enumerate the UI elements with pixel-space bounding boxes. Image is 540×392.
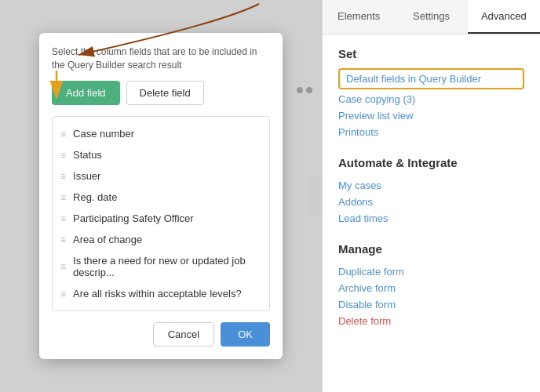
modal-dialog: Select the column fields that are to be … <box>39 33 283 360</box>
modal-buttons: Add field Delete field <box>52 81 270 105</box>
field-label: Reg. date <box>73 191 117 203</box>
delete-field-button[interactable]: Delete field <box>126 81 204 105</box>
modal-overlay: Select the column fields that are to be … <box>0 0 322 392</box>
link-duplicate-form[interactable]: Duplicate form <box>338 263 524 280</box>
link-my-cases[interactable]: My cases <box>338 177 524 194</box>
drag-handle-icon: ≡ <box>60 261 67 272</box>
add-field-button[interactable]: Add field <box>52 81 120 105</box>
drag-handle-icon: ≡ <box>60 213 67 224</box>
manage-section-title: Manage <box>338 242 524 256</box>
automate-section-title: Automate & Integrate <box>338 156 524 169</box>
tab-advanced[interactable]: Advanced <box>468 0 540 34</box>
drag-handle-icon: ≡ <box>60 150 67 161</box>
field-label: Area of change <box>73 234 142 245</box>
link-disable-form[interactable]: Disable form <box>338 296 524 313</box>
field-label: Is there a need for new or updated job d… <box>73 255 261 278</box>
field-item[interactable]: ≡Status <box>53 144 269 165</box>
link-archive-form[interactable]: Archive form <box>338 280 524 296</box>
tab-elements[interactable]: Elements <box>323 0 395 34</box>
field-item[interactable]: ≡Are all risks within acceptable levels? <box>53 283 269 304</box>
drag-handle-icon: ≡ <box>60 234 67 245</box>
field-item[interactable]: ≡Reg. date <box>53 187 269 208</box>
field-item[interactable]: ≡Is there a need for new or updated job … <box>53 250 269 283</box>
field-label: Issuer <box>73 170 100 182</box>
cancel-button[interactable]: Cancel <box>153 322 214 347</box>
field-item[interactable]: ≡Issuer <box>53 165 269 187</box>
link-preview-list[interactable]: Preview list view <box>338 107 524 124</box>
ok-button[interactable]: OK <box>221 322 270 347</box>
drag-handle-icon: ≡ <box>60 171 67 182</box>
field-label: Case number <box>73 128 134 140</box>
drag-handle-icon: ≡ <box>60 289 67 299</box>
modal-instruction: Select the column fields that are to be … <box>52 45 270 72</box>
field-label: Are all risks within acceptable levels? <box>73 288 242 299</box>
drag-handle-icon: ≡ <box>60 129 67 140</box>
field-item[interactable]: ≡Participating Safety Officer <box>53 208 269 229</box>
drag-handle-icon: ≡ <box>60 192 67 203</box>
panel-content: Set Default fields in Query Builder Case… <box>323 34 540 388</box>
link-default-fields[interactable]: Default fields in Query Builder <box>338 68 524 89</box>
field-item[interactable]: ≡Area of change <box>53 229 269 250</box>
link-lead-times[interactable]: Lead times <box>338 210 524 227</box>
field-label: Status <box>73 149 102 161</box>
link-case-copying[interactable]: Case copying (3) <box>338 91 524 107</box>
tab-settings[interactable]: Settings <box>395 0 467 34</box>
link-delete-form[interactable]: Delete form <box>338 313 524 329</box>
field-item[interactable]: ≡Case number <box>53 123 269 144</box>
right-panel: Elements Settings Advanced Set Default f… <box>322 0 540 392</box>
tabs-bar: Elements Settings Advanced <box>323 0 540 34</box>
modal-footer: Cancel OK <box>52 322 270 347</box>
field-label: Participating Safety Officer <box>73 212 194 224</box>
link-printouts[interactable]: Printouts <box>338 124 524 140</box>
fields-list: ≡Case number≡Status≡Issuer≡Reg. date≡Par… <box>52 116 270 311</box>
set-section-title: Set <box>338 47 524 60</box>
link-addons[interactable]: Addons <box>338 194 524 210</box>
